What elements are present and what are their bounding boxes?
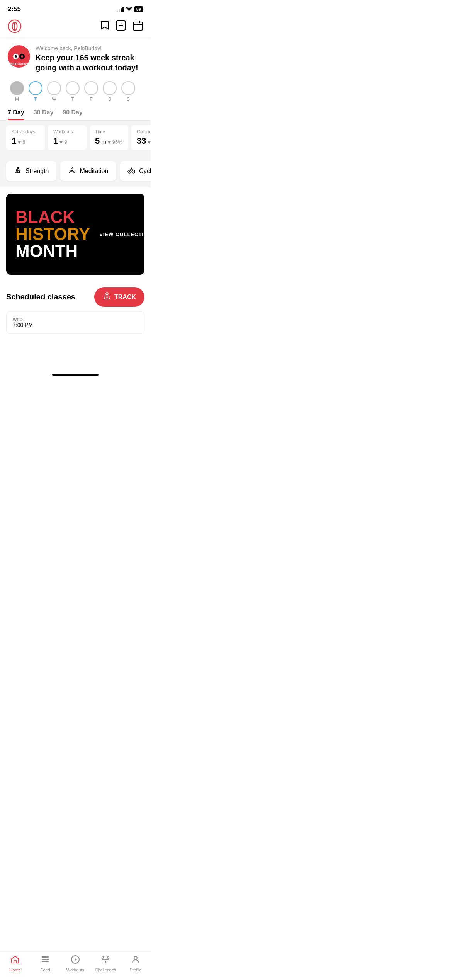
- track-icon: [103, 292, 111, 302]
- track-label: TRACK: [114, 294, 136, 301]
- stat-active-days: Active days 1 6: [6, 125, 45, 150]
- tab-30day[interactable]: 30 Day: [34, 109, 54, 120]
- home-indicator: [52, 374, 99, 376]
- bhm-cta[interactable]: VIEW COLLECTION ›: [99, 231, 144, 237]
- scheduled-title: Scheduled classes: [6, 293, 75, 301]
- bookmark-button[interactable]: [100, 20, 109, 32]
- class-time-col: WED 7:00 PM: [13, 317, 33, 328]
- scheduled-header: Scheduled classes TRACK: [6, 287, 144, 307]
- status-icons: 89: [117, 6, 143, 12]
- status-bar: 2:55 89: [0, 0, 151, 16]
- signal-icon: [117, 7, 124, 12]
- week-dots: M T W T F S S: [0, 77, 151, 104]
- day-monday[interactable]: M: [8, 81, 26, 102]
- bhm-banner[interactable]: BLACK HISTORY MONTH VIEW COLLECTION ›: [6, 194, 144, 275]
- day-sunday[interactable]: S: [119, 81, 138, 102]
- meditation-icon: [68, 166, 76, 176]
- cycling-label: Cycli...: [139, 168, 151, 175]
- day-friday[interactable]: F: [82, 81, 100, 102]
- day-tuesday[interactable]: T: [26, 81, 45, 102]
- header-icons: [100, 20, 143, 32]
- welcome-section: PELO BUDDY Welcome back, PeloBuddy! Keep…: [0, 38, 151, 77]
- svg-point-14: [21, 55, 23, 58]
- bhm-text: BLACK HISTORY MONTH: [6, 199, 99, 269]
- battery-icon: 89: [134, 6, 143, 12]
- status-time: 2:55: [8, 5, 21, 13]
- track-button[interactable]: TRACK: [94, 287, 144, 307]
- bhm-line2: HISTORY: [15, 226, 90, 243]
- welcome-headline: Keep your 165 week streak going with a w…: [36, 53, 143, 73]
- period-tabs: 7 Day 30 Day 90 Day: [0, 104, 151, 120]
- bhm-line3: MONTH: [15, 243, 90, 260]
- wifi-icon: [126, 6, 132, 12]
- svg-rect-6: [133, 22, 143, 30]
- peloton-logo[interactable]: [8, 19, 22, 33]
- bhm-line1: BLACK: [15, 209, 90, 226]
- add-button[interactable]: [116, 20, 126, 32]
- meditation-label: Meditation: [80, 168, 108, 175]
- scheduled-class-card[interactable]: WED 7:00 PM: [6, 311, 144, 334]
- avatar: PELO BUDDY: [8, 45, 30, 68]
- day-wednesday[interactable]: W: [45, 81, 63, 102]
- class-time: 7:00 PM: [13, 322, 33, 328]
- svg-point-22: [131, 168, 132, 169]
- svg-point-23: [106, 293, 108, 295]
- stat-time: Time 5 m 96%: [90, 125, 128, 150]
- categories-row: Strength Meditation Cycli...: [0, 155, 151, 187]
- stat-calories: Calories 33 97%: [131, 125, 151, 150]
- scheduled-section: Scheduled classes TRACK WED 7:00 PM: [0, 281, 151, 337]
- svg-point-13: [15, 55, 17, 58]
- stat-workouts: Workouts 1 9: [48, 125, 87, 150]
- stats-row: Active days 1 6 Workouts 1 9 Time 5 m 96…: [0, 121, 151, 155]
- tab-90day[interactable]: 90 Day: [63, 109, 83, 120]
- strength-icon: [14, 166, 22, 176]
- calendar-button[interactable]: [133, 20, 143, 32]
- category-cycling[interactable]: Cycli...: [120, 161, 151, 181]
- app-header: [0, 16, 151, 38]
- day-saturday[interactable]: S: [100, 81, 119, 102]
- tab-7day[interactable]: 7 Day: [8, 109, 24, 120]
- class-day: WED: [13, 317, 33, 322]
- cycling-icon: [127, 166, 135, 176]
- svg-point-16: [17, 167, 19, 169]
- category-meditation[interactable]: Meditation: [60, 161, 116, 181]
- svg-point-19: [71, 167, 73, 168]
- svg-text:PELO BUDDY: PELO BUDDY: [10, 63, 28, 65]
- category-strength[interactable]: Strength: [6, 161, 56, 181]
- welcome-text: Welcome back, PeloBuddy! Keep your 165 w…: [36, 45, 143, 73]
- welcome-greeting: Welcome back, PeloBuddy!: [36, 45, 143, 51]
- strength-label: Strength: [25, 168, 49, 175]
- day-thursday[interactable]: T: [63, 81, 82, 102]
